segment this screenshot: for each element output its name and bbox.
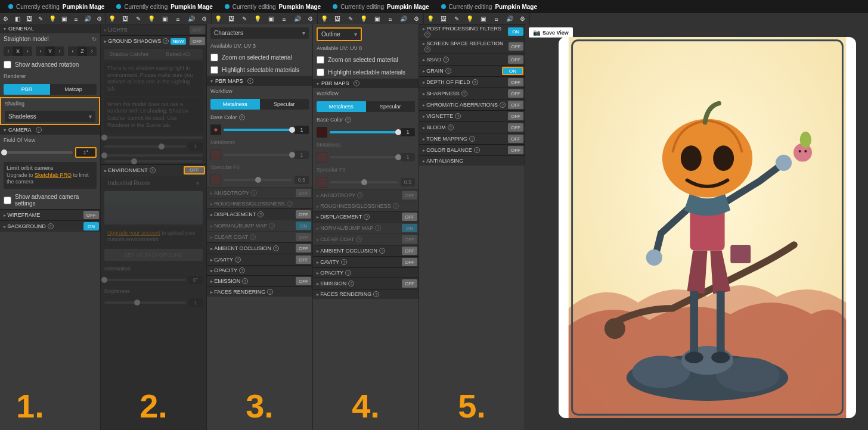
help-icon[interactable]: ? [448, 124, 454, 130]
help-icon[interactable]: ? [356, 236, 362, 242]
help-icon[interactable]: ? [424, 46, 430, 52]
switch[interactable]: OFF [509, 42, 523, 51]
switch[interactable]: OFF [508, 146, 523, 154]
fx-screen-space-reflection-row[interactable]: Screen Space Reflection?OFF [419, 39, 525, 54]
help-icon[interactable]: ? [235, 257, 241, 263]
switch[interactable]: OFF [296, 277, 311, 285]
switch[interactable]: OFF [402, 235, 417, 244]
fov-value[interactable]: 1° [75, 147, 97, 158]
help-icon[interactable]: ? [250, 234, 256, 240]
switch[interactable]: OFF [402, 213, 417, 221]
adv-rot-checkbox[interactable] [4, 61, 11, 68]
specular-tab[interactable]: Specular [260, 99, 309, 110]
base-color-value[interactable]: 1 [401, 128, 415, 136]
help-icon[interactable]: ? [472, 79, 478, 85]
base-color-slider[interactable] [330, 131, 398, 133]
help-icon[interactable]: ? [443, 57, 449, 63]
help-icon[interactable]: ? [375, 225, 381, 231]
switch[interactable]: OFF [402, 247, 417, 255]
switch[interactable]: OFF [296, 210, 311, 219]
help-icon[interactable]: ? [242, 278, 248, 284]
help-icon[interactable]: ? [445, 68, 451, 74]
fov-slider[interactable] [4, 151, 73, 154]
material-displacement-row[interactable]: Displacement?OFF [207, 208, 312, 220]
help-icon[interactable]: ? [364, 214, 370, 220]
axis-y[interactable]: ‹Y› [36, 46, 64, 56]
viewport[interactable]: Save View [525, 24, 868, 430]
pbr-maps-head[interactable]: ▾PBR Maps? [207, 76, 312, 86]
help-icon[interactable]: ? [455, 113, 461, 119]
help-icon[interactable]: ? [379, 248, 385, 254]
material-faces-rendering-row[interactable]: Faces Rendering? [313, 289, 418, 299]
material-ambient-occlusion-row[interactable]: Ambient Occlusion?OFF [313, 245, 418, 256]
upgrade-link[interactable]: Upgrade your account [107, 230, 160, 236]
material-clear-coat-row[interactable]: Clear Coat?OFF [207, 231, 312, 242]
help-icon[interactable]: ? [258, 211, 264, 217]
material-select[interactable]: Characters▾ [210, 27, 309, 39]
help-icon[interactable]: ? [48, 223, 54, 229]
fx-ssao-row[interactable]: SSAO?OFF [419, 54, 525, 65]
refresh-icon[interactable]: ↻ [92, 36, 97, 42]
env-switch[interactable]: OFF [184, 166, 205, 175]
material-anisotropy-row[interactable]: Anisotropy?OFF [207, 187, 312, 198]
sketchfab-pro-link[interactable]: Sketchfab PRO [35, 172, 72, 178]
help-icon[interactable]: ? [474, 147, 480, 153]
switch[interactable]: OFF [402, 191, 417, 200]
switch[interactable]: OFF [508, 135, 523, 143]
switch[interactable]: OFF [508, 55, 523, 64]
tab-1[interactable]: Currently editingPumpkin Mage [110, 0, 218, 13]
ground-shadows-row[interactable]: Ground Shadows? NEWOFF [101, 35, 206, 46]
material-cavity-row[interactable]: Cavity?OFF [207, 254, 312, 265]
switch[interactable]: OFF [296, 255, 311, 264]
switch[interactable]: OFF [402, 258, 417, 266]
tab-2[interactable]: Currently editingPumpkin Mage [219, 0, 327, 13]
save-icon[interactable]: ▣ [58, 13, 70, 24]
fx-tone-mapping-row[interactable]: Tone Mapping?OFF [419, 133, 525, 144]
cube-icon[interactable]: ◧ [12, 13, 24, 24]
wand-icon[interactable]: ✎ [35, 13, 47, 24]
material-opacity-row[interactable]: Opacity? [207, 265, 312, 275]
help-icon[interactable]: ? [251, 190, 257, 196]
help-icon[interactable]: ? [345, 270, 351, 276]
gear-icon[interactable]: ⚙ [94, 13, 106, 24]
material-normal-bump-map-row[interactable]: Normal/Bump Map?ON [313, 222, 418, 233]
help-icon[interactable]: ? [461, 91, 467, 96]
help-icon[interactable]: ? [348, 281, 354, 286]
fx-bloom-row[interactable]: Bloom?OFF [419, 121, 525, 133]
axis-x[interactable]: ‹X› [4, 46, 32, 56]
gs-switch[interactable]: OFF [190, 37, 205, 45]
vr-icon[interactable]: ⩍ [70, 13, 82, 24]
gear-icon[interactable]: ⚙ [0, 13, 12, 24]
environment-row[interactable]: Environment?OFF [101, 164, 206, 176]
fx-depth-of-field-row[interactable]: Depth of Field?OFF [419, 76, 525, 88]
section-camera[interactable]: ▾Camera? [0, 125, 100, 135]
pbr-tab[interactable]: PBR [4, 84, 50, 95]
switch[interactable]: OFF [296, 244, 311, 253]
material-roughness-glossiness-row[interactable]: Roughness/Glossiness? [207, 198, 312, 208]
section-general[interactable]: ▾General [0, 24, 100, 33]
help-icon[interactable]: ? [341, 259, 347, 265]
background-switch[interactable]: ON [83, 222, 99, 230]
switch[interactable]: ON [296, 222, 311, 230]
help-icon[interactable]: ? [273, 245, 279, 251]
antialiasing-row[interactable]: Antialiasing [419, 155, 525, 166]
base-color-swatch[interactable] [317, 127, 327, 138]
base-color-slider[interactable] [224, 129, 292, 131]
material-normal-bump-map-row[interactable]: Normal/Bump Map?ON [207, 220, 312, 231]
shading-select[interactable]: Shadeless▾ [5, 111, 95, 122]
fx-vignette-row[interactable]: Vignette?OFF [419, 110, 525, 121]
material-select-outline[interactable]: Outline▾ [317, 27, 362, 41]
fx-grain-row[interactable]: Grain?ON [419, 65, 525, 76]
tab-3[interactable]: Currently editingPumpkin Mage [327, 0, 435, 13]
help-icon[interactable]: ? [357, 192, 363, 198]
material-ambient-occlusion-row[interactable]: Ambient Occlusion?OFF [207, 242, 312, 254]
axis-z[interactable]: ‹Z› [68, 46, 97, 56]
switch[interactable]: OFF [508, 112, 523, 120]
image-icon[interactable]: 🖼 [23, 13, 35, 24]
help-icon[interactable]: ? [36, 127, 42, 133]
wireframe-row[interactable]: WireframeOFF [0, 209, 100, 220]
material-faces-rendering-row[interactable]: Faces Rendering? [207, 286, 312, 297]
base-color-value[interactable]: 1 [294, 126, 309, 134]
switch[interactable]: OFF [296, 189, 311, 197]
background-row[interactable]: Background?ON [0, 220, 100, 232]
